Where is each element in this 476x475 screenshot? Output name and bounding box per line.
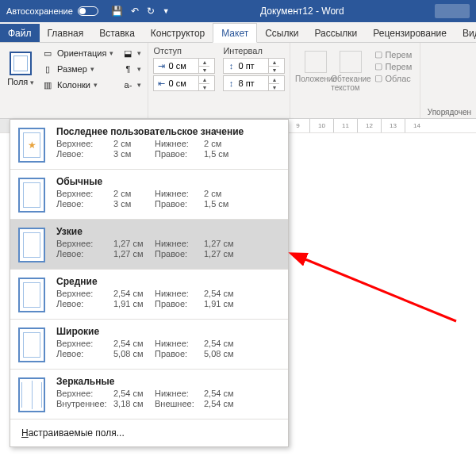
redo-icon[interactable]: ↻ [147,6,155,17]
margins-option-1[interactable]: ОбычныеВерхнее:2 смНижнее:2 смЛевое:3 см… [10,170,288,219]
send-backward-icon: ▢ [374,61,382,71]
orientation-label: Ориентация [57,48,106,58]
spin-down-icon[interactable]: ▼ [269,83,279,90]
spin-down-icon[interactable]: ▼ [199,83,209,90]
group-arrange: Положение Обтекание текстом ▢Перем ▢Пере… [290,43,420,118]
margins-option-values: Верхнее:1,27 смНижнее:1,27 смЛевое:1,27 … [56,239,280,259]
line-numbers-button[interactable]: ¶▾ [120,62,143,76]
columns-label: Колонки [57,80,90,90]
orientation-icon: ▭ [41,47,54,59]
tab-layout[interactable]: Макет [213,23,257,43]
document-title: Документ12 - Word [170,6,435,17]
spin-up-icon[interactable]: ▲ [199,76,209,83]
hyphenation-icon: a‐ [121,79,134,91]
margins-option-title: Обычные [56,176,280,187]
margins-dropdown: Последнее пользовательское значениеВерхн… [10,119,289,447]
qat-dropdown-icon[interactable]: ▼ [163,7,170,15]
margins-label: Поля [7,77,28,86]
spin-down-icon[interactable]: ▼ [199,66,209,73]
indent-left-icon: ⇥ [154,61,168,71]
send-backward-button[interactable]: ▢Перем [374,61,412,71]
quick-access-toolbar: 💾 ↶ ↻ ▼ [111,6,170,17]
margins-thumb-icon [18,328,45,362]
margins-option-3[interactable]: СредниеВерхнее:2,54 смНижнее:2,54 смЛево… [10,270,288,319]
tab-home[interactable]: Главная [40,24,92,42]
spin-up-icon[interactable]: ▲ [199,59,209,66]
columns-button[interactable]: ▥Колонки▾ [40,78,115,92]
margins-option-4[interactable]: ШирокиеВерхнее:2,54 смНижнее:2,54 смЛево… [10,320,288,369]
tab-review[interactable]: Рецензирование [365,24,455,42]
tab-insert[interactable]: Вставка [91,24,143,42]
toggle-off-icon [78,6,98,16]
position-button[interactable]: Положение [300,51,332,117]
spacing-after-icon: ↕ [224,79,238,88]
margins-option-title: Зеркальные [56,376,280,387]
user-avatar[interactable] [435,4,470,18]
ribbon-tabs: Файл Главная Вставка Конструктор Макет С… [0,22,476,43]
indent-left-spinner[interactable]: ⇥▲▼ [153,58,215,74]
wrap-label: Обтекание текстом [331,75,370,92]
margins-option-5[interactable]: ЗеркальныеВерхнее:2,54 смНижнее:2,54 смВ… [10,370,288,419]
margins-thumb-icon [18,178,45,213]
group-page-setup: Поля ▾ ▭Ориентация▾ ▯Размер▾ ▥Колонки▾ ⬓… [0,43,148,118]
interval-header: Интервал [223,46,285,56]
indent-left-input[interactable] [168,61,198,71]
orientation-button[interactable]: ▭Ориентация▾ [40,46,115,60]
columns-icon: ▥ [41,79,54,91]
margins-option-title: Широкие [56,326,280,337]
indent-right-icon: ⇤ [154,79,168,89]
margins-option-title: Узкие [56,226,280,237]
spacing-after-spinner[interactable]: ↕▲▼ [223,75,285,91]
margins-option-values: Верхнее:2 смНижнее:2 смЛевое:3 смПравое:… [56,139,280,159]
margins-icon [10,52,32,75]
margins-thumb-icon [18,228,45,262]
indent-header: Отступ [153,46,215,56]
bring-forward-button[interactable]: ▢Перем [374,49,412,59]
wrap-icon [340,51,362,73]
margins-option-title: Средние [56,276,280,287]
margins-option-values: Верхнее:2,54 смНижнее:2,54 смЛевое:5,08 … [56,339,280,358]
size-label: Размер [57,64,87,74]
indent-right-input[interactable] [168,79,198,88]
margins-option-2[interactable]: УзкиеВерхнее:1,27 смНижнее:1,27 смЛевое:… [10,220,288,269]
margins-button[interactable]: Поля ▾ [5,46,36,92]
indent-right-spinner[interactable]: ⇤▲▼ [153,75,215,91]
size-button[interactable]: ▯Размер▾ [40,62,115,76]
position-icon [305,51,327,73]
breaks-icon: ⬓ [121,47,134,59]
margins-option-title: Последнее пользовательское значение [56,126,280,137]
save-icon[interactable]: 💾 [111,6,123,17]
spin-up-icon[interactable]: ▲ [269,59,279,66]
bring-forward-label: Перем [385,50,412,59]
wrap-button[interactable]: Обтекание текстом [335,51,367,117]
ribbon: Поля ▾ ▭Ориентация▾ ▯Размер▾ ▥Колонки▾ ⬓… [0,43,476,119]
selection-pane-label: Облас [385,74,410,83]
tab-view[interactable]: Вид [455,24,476,42]
autosave-toggle[interactable]: Автосохранение [3,6,102,16]
hyphenation-button[interactable]: a‐▾ [120,78,143,92]
margins-option-values: Верхнее:2,54 смНижнее:2,54 смВнутреннее:… [56,389,280,408]
spacing-before-spinner[interactable]: ↕▲▼ [223,58,285,74]
tab-references[interactable]: Ссылки [257,24,306,42]
tab-design[interactable]: Конструктор [143,24,213,42]
spacing-before-icon: ↕ [224,61,238,71]
autosave-label: Автосохранение [6,6,73,16]
tab-mailings[interactable]: Рассылки [306,24,365,42]
selection-pane-icon: ▢ [374,73,382,83]
arrange-group-label: Упорядочен [428,108,471,117]
custom-margins-button[interactable]: Настраиваемые поля... [10,419,288,446]
spin-down-icon[interactable]: ▼ [269,66,279,73]
spin-up-icon[interactable]: ▲ [269,76,279,83]
margins-option-0[interactable]: Последнее пользовательское значениеВерхн… [10,120,288,169]
spacing-after-input[interactable] [238,79,268,88]
selection-pane-button[interactable]: ▢Облас [374,73,412,83]
spacing-before-input[interactable] [238,61,268,71]
margins-thumb-icon [18,278,45,312]
tab-file[interactable]: Файл [0,24,40,42]
margins-thumb-icon [18,377,45,412]
margins-option-values: Верхнее:2,54 смНижнее:2,54 смЛевое:1,91 … [56,289,280,308]
margins-thumb-icon [18,128,45,163]
title-bar: Автосохранение 💾 ↶ ↻ ▼ Документ12 - Word [0,0,476,22]
undo-icon[interactable]: ↶ [131,6,139,17]
breaks-button[interactable]: ⬓▾ [120,46,143,60]
